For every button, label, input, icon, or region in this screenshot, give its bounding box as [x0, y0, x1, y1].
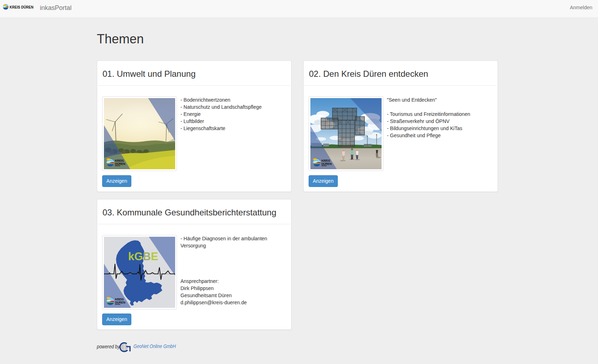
svg-text:DÜREN: DÜREN	[115, 301, 125, 304]
svg-text:DÜREN: DÜREN	[321, 162, 332, 166]
svg-text:DÜREN: DÜREN	[115, 162, 125, 166]
svg-text:kGBE: kGBE	[128, 250, 158, 263]
